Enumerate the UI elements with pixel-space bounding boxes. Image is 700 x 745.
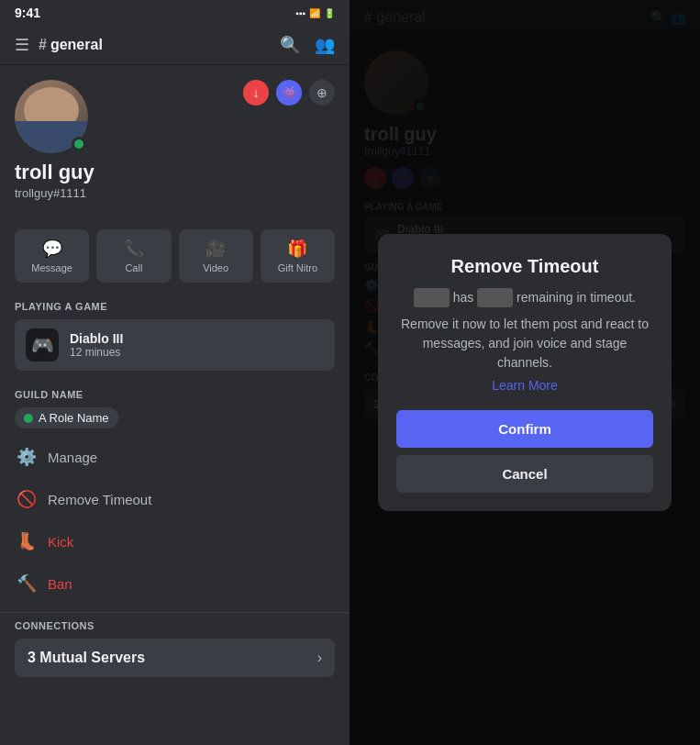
confirm-button[interactable]: Confirm — [396, 410, 653, 448]
wifi-icon: 📶 — [309, 8, 320, 18]
game-info: Diablo III 12 minues — [70, 331, 123, 359]
mutual-servers-card[interactable]: 3 Mutual Servers › — [15, 639, 335, 677]
connections-label: CONNECTIONS — [15, 620, 335, 631]
status-bar: 9:41 ▪▪▪ 📶 🔋 — [0, 0, 350, 26]
manage-icon: ⚙️ — [17, 447, 37, 467]
action-icon-dark[interactable]: ⊕ — [309, 80, 335, 106]
signal-icons: ▪▪▪ 📶 🔋 — [295, 8, 335, 18]
guild-label: GUILD NAME — [15, 389, 335, 400]
modal-body-line2: Remove it now to let them post and react… — [396, 315, 653, 372]
game-icon: 🎮 — [26, 328, 59, 361]
action-icon-red[interactable]: ↓ — [243, 80, 269, 106]
profile-section: ↓ 👾 ⊕ troll guy trollguy#1111 — [0, 65, 350, 215]
learn-more-link[interactable]: Learn More — [396, 376, 653, 395]
modal-body: has remaining in timeout. Remove it now … — [396, 288, 653, 395]
chevron-right-icon: › — [317, 650, 322, 666]
top-bar: ☰ #general 🔍 👥 — [0, 26, 350, 65]
kick-icon: 👢 — [17, 531, 37, 551]
right-panel: # general 🔍 👥 troll guy trollguy#1111 ↓ … — [350, 0, 700, 745]
guild-section: GUILD NAME A Role Name — [0, 382, 350, 432]
menu-item-kick[interactable]: 👢 Kick — [7, 520, 342, 562]
video-icon: 🎥 — [206, 239, 226, 259]
menu-list: ⚙️ Manage 🚫 Remove Timeout 👢 Kick 🔨 Ban — [0, 432, 350, 608]
profile-username: troll guy — [15, 161, 335, 184]
action-buttons: 💬 Message 📞 Call 🎥 Video 🎁 Gift Nitro — [0, 229, 350, 294]
game-title: Diablo III — [70, 331, 123, 346]
mutual-servers-text: 3 Mutual Servers — [28, 650, 145, 666]
time-display: 9:41 — [15, 6, 40, 20]
signal-icon: ▪▪▪ — [295, 8, 306, 18]
battery-icon: 🔋 — [324, 8, 335, 18]
ban-icon: 🔨 — [17, 573, 37, 594]
profile-discriminator: trollguy#1111 — [15, 186, 335, 200]
remove-timeout-modal: Remove Timeout has remaining in timeout.… — [378, 234, 672, 511]
video-button[interactable]: 🎥 Video — [179, 229, 253, 283]
menu-item-remove-timeout[interactable]: 🚫 Remove Timeout — [7, 478, 342, 520]
message-button[interactable]: 💬 Message — [15, 229, 89, 283]
connections-section: CONNECTIONS 3 Mutual Servers › — [0, 612, 350, 681]
menu-item-manage[interactable]: ⚙️ Manage — [7, 436, 342, 478]
modal-body-line1: has remaining in timeout. — [396, 288, 653, 307]
profile-actions: ↓ 👾 ⊕ — [243, 80, 335, 106]
game-card: 🎮 Diablo III 12 minues — [15, 319, 335, 371]
search-icon[interactable]: 🔍 — [280, 35, 300, 55]
modal-overlay: Remove Timeout has remaining in timeout.… — [350, 0, 700, 745]
playing-game-label: PLAYING A GAME — [15, 301, 335, 312]
gift-nitro-button[interactable]: 🎁 Gift Nitro — [261, 229, 335, 283]
playing-game-section: PLAYING A GAME 🎮 Diablo III 12 minues — [0, 294, 350, 382]
role-badge: A Role Name — [15, 407, 118, 428]
members-icon[interactable]: 👥 — [315, 35, 335, 55]
role-name: A Role Name — [39, 411, 109, 425]
top-bar-icons: 🔍 👥 — [280, 35, 335, 55]
online-status-dot — [72, 137, 86, 151]
hamburger-icon[interactable]: ☰ — [15, 35, 29, 55]
channel-name: #general — [39, 37, 271, 53]
gift-icon: 🎁 — [287, 239, 307, 259]
game-sub: 12 minues — [70, 346, 123, 359]
modal-blurred-time — [477, 288, 513, 307]
action-icon-blue[interactable]: 👾 — [276, 80, 302, 106]
remove-timeout-icon: 🚫 — [17, 489, 37, 509]
left-panel: 9:41 ▪▪▪ 📶 🔋 ☰ #general 🔍 👥 ↓ 👾 ⊕ troll … — [0, 0, 350, 745]
hash-icon: # — [39, 37, 47, 52]
call-button[interactable]: 📞 Call — [96, 229, 171, 283]
modal-blurred-name — [414, 288, 450, 307]
avatar-wrapper — [15, 80, 88, 153]
message-icon: 💬 — [42, 239, 62, 259]
modal-title: Remove Timeout — [396, 256, 653, 277]
cancel-button[interactable]: Cancel — [396, 455, 653, 493]
role-dot — [24, 414, 33, 423]
call-icon: 📞 — [124, 239, 144, 259]
menu-item-ban[interactable]: 🔨 Ban — [7, 562, 342, 605]
